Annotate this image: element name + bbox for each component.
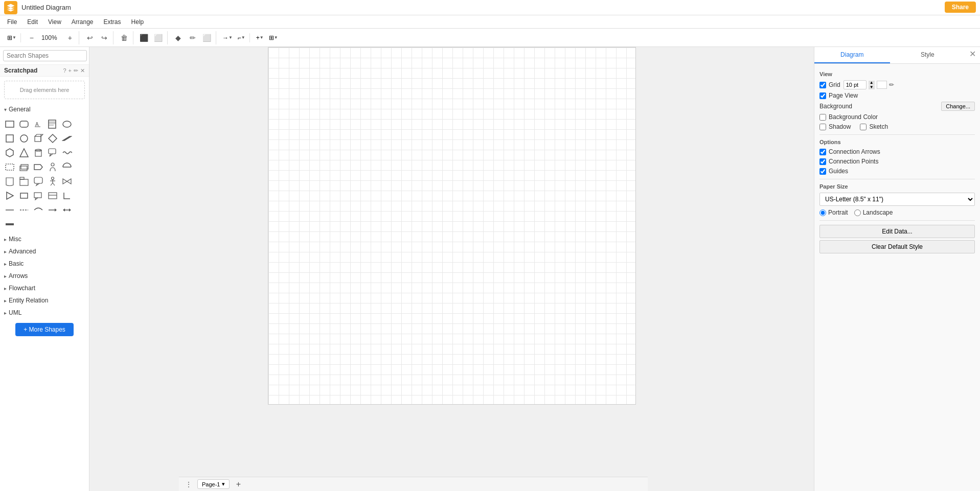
undo-btn[interactable]: ↩ xyxy=(83,31,97,44)
shape-note[interactable] xyxy=(46,118,59,131)
shape-person[interactable] xyxy=(46,160,59,174)
insert-btn[interactable]: + ▼ xyxy=(254,33,266,42)
shape-thick-line[interactable] xyxy=(3,218,16,231)
shape-half-circle[interactable] xyxy=(60,160,74,174)
scratchpad-add-icon[interactable]: + xyxy=(69,67,72,74)
paper-size-select[interactable]: US-Letter (8.5" x 11") A4 (210 x 297 mm)… xyxy=(819,193,975,206)
shape-rect-outline[interactable] xyxy=(3,160,16,174)
shadow-checkbox[interactable] xyxy=(819,124,826,130)
page-menu-btn[interactable]: ⋮ xyxy=(183,479,194,490)
connection-style-btn[interactable]: → ▼ xyxy=(220,33,235,42)
menu-edit[interactable]: Edit xyxy=(22,17,43,27)
canvas-grid[interactable] xyxy=(268,47,636,405)
shape-diamond[interactable] xyxy=(46,132,59,145)
shape-bow-tie[interactable] xyxy=(60,175,74,188)
sketch-checkbox[interactable] xyxy=(860,124,867,130)
section-entity-relation[interactable]: ▸ Entity Relation xyxy=(0,294,89,307)
send-back-btn[interactable]: ⬜ xyxy=(152,31,165,44)
shape-document[interactable] xyxy=(3,175,16,188)
search-input[interactable] xyxy=(3,50,87,61)
tab-style[interactable]: Style xyxy=(890,47,966,63)
shape-ellipse[interactable] xyxy=(60,118,74,131)
edit-data-btn[interactable]: Edit Data... xyxy=(819,225,975,238)
close-right-panel-btn[interactable]: ✕ xyxy=(965,47,980,63)
delete-btn[interactable]: 🗑 xyxy=(118,31,131,44)
shape-double-arrow-line[interactable] xyxy=(60,203,74,217)
table-btn[interactable]: ⊞ ▼ xyxy=(267,33,280,42)
page-view-checkbox[interactable] xyxy=(819,92,826,99)
bring-front-btn[interactable]: ⬛ xyxy=(138,31,151,44)
shape-rectangle[interactable] xyxy=(3,118,16,131)
menu-arrange[interactable]: Arrange xyxy=(66,17,99,27)
tab-diagram[interactable]: Diagram xyxy=(814,47,890,63)
shape-3d-rect[interactable] xyxy=(32,132,45,145)
menu-view[interactable]: View xyxy=(43,17,66,27)
section-basic[interactable]: ▸ Basic xyxy=(0,258,89,270)
section-misc[interactable]: ▸ Misc xyxy=(0,233,89,245)
shape-dashed-line[interactable] xyxy=(17,203,31,217)
waypoint-style-btn[interactable]: ⌐ ▼ xyxy=(236,33,247,42)
guides-checkbox[interactable] xyxy=(819,168,826,175)
page-tab[interactable]: Page-1 ▾ xyxy=(197,479,230,489)
grid-size-input[interactable] xyxy=(844,80,867,89)
scratchpad-close-icon[interactable]: ✕ xyxy=(80,67,85,74)
redo-btn[interactable]: ↪ xyxy=(98,31,111,44)
background-change-btn[interactable]: Change... xyxy=(941,102,975,111)
menu-help[interactable]: Help xyxy=(126,17,149,27)
section-flowchart[interactable]: ▸ Flowchart xyxy=(0,282,89,294)
shape-rect-single[interactable] xyxy=(17,189,31,202)
menu-extras[interactable]: Extras xyxy=(99,17,126,27)
shape-triangle-right[interactable] xyxy=(3,189,16,202)
grid-up-btn[interactable]: ▲ xyxy=(869,81,875,85)
shape-rounded-rect[interactable] xyxy=(17,118,31,131)
shape-callout-rect[interactable] xyxy=(32,189,45,202)
section-arrows[interactable]: ▸ Arrows xyxy=(0,270,89,282)
scratchpad-help-icon[interactable]: ? xyxy=(63,67,66,74)
shape-stack[interactable] xyxy=(17,160,31,174)
grid-down-btn[interactable]: ▼ xyxy=(869,85,875,89)
grid-color-box[interactable] xyxy=(877,81,887,89)
clear-default-style-btn[interactable]: Clear Default Style xyxy=(819,240,975,253)
shape-circle[interactable] xyxy=(17,132,31,145)
section-uml[interactable]: ▸ UML xyxy=(0,307,89,319)
line-color-btn[interactable]: ✏ xyxy=(186,31,199,44)
scratchpad-edit-icon[interactable]: ✏ xyxy=(74,67,78,74)
view-toggle-btn[interactable]: ⊞ ▼ xyxy=(5,33,18,42)
menu-file[interactable]: File xyxy=(2,17,22,27)
shadow-btn[interactable]: ⬜ xyxy=(200,31,214,44)
shape-curved-line[interactable] xyxy=(32,203,45,217)
shape-pentagon-arrow[interactable] xyxy=(32,160,45,174)
more-shapes-button[interactable]: + More Shapes xyxy=(15,323,74,336)
section-general[interactable]: ▾ General xyxy=(0,103,89,115)
shape-text[interactable]: A xyxy=(32,118,45,131)
shape-triangle[interactable] xyxy=(17,146,31,159)
shape-tab[interactable] xyxy=(17,175,31,188)
add-page-btn[interactable]: + xyxy=(233,479,244,490)
shape-parallelogram[interactable] xyxy=(60,132,74,145)
shape-line[interactable] xyxy=(3,203,16,217)
shape-square[interactable] xyxy=(3,132,16,145)
shape-arrow-line[interactable] xyxy=(46,203,59,217)
section-advanced[interactable]: ▸ Advanced xyxy=(0,245,89,258)
grid-color-edit-icon[interactable]: ✏ xyxy=(889,81,894,88)
shape-two-part[interactable] xyxy=(46,189,59,202)
zoom-in-btn[interactable]: + xyxy=(63,31,77,44)
scratchpad-drop-area[interactable]: Drag elements here xyxy=(4,81,85,99)
shape-wave[interactable] xyxy=(60,146,74,159)
canvas-area[interactable] xyxy=(89,47,814,405)
shape-right-angle[interactable] xyxy=(60,189,74,202)
zoom-level[interactable]: 100% xyxy=(39,33,62,42)
shape-hexagon[interactable] xyxy=(3,146,16,159)
fill-color-btn[interactable]: ◆ xyxy=(172,31,185,44)
connection-arrows-checkbox[interactable] xyxy=(819,149,826,155)
zoom-out-btn[interactable]: − xyxy=(25,31,38,44)
grid-checkbox[interactable] xyxy=(819,82,826,88)
shape-callout[interactable] xyxy=(46,146,59,159)
shape-stick-man[interactable] xyxy=(46,175,59,188)
portrait-radio[interactable] xyxy=(819,209,826,216)
landscape-radio[interactable] xyxy=(854,209,861,216)
connection-points-checkbox[interactable] xyxy=(819,158,826,165)
background-color-checkbox[interactable] xyxy=(819,114,826,121)
shape-speech-bubble[interactable] xyxy=(32,175,45,188)
shape-cylinder[interactable] xyxy=(32,146,45,159)
